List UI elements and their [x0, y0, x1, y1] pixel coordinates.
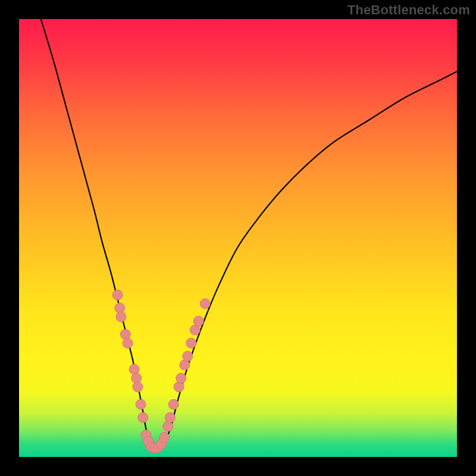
data-marker	[183, 351, 193, 361]
plot-area	[19, 19, 457, 457]
data-marker	[120, 329, 130, 339]
data-marker	[165, 412, 175, 422]
watermark-text: TheBottleneck.com	[347, 2, 470, 18]
data-marker	[136, 399, 146, 409]
data-marker	[112, 290, 123, 300]
data-marker	[159, 432, 170, 442]
data-marker	[174, 382, 184, 392]
data-marker	[193, 316, 203, 326]
data-marker	[131, 373, 142, 383]
data-marker	[163, 421, 173, 431]
data-marker	[186, 338, 196, 348]
data-marker	[200, 299, 210, 309]
data-marker	[138, 412, 148, 422]
chart-frame: TheBottleneck.com	[0, 0, 476, 476]
bottleneck-curve	[41, 19, 457, 449]
data-marker	[116, 312, 126, 322]
data-marker	[176, 373, 186, 383]
data-marker	[129, 364, 139, 374]
curve-svg	[19, 19, 457, 457]
data-markers	[112, 290, 210, 453]
data-marker	[133, 382, 143, 392]
data-marker	[115, 303, 125, 313]
data-marker	[168, 399, 178, 409]
data-marker	[123, 338, 133, 348]
